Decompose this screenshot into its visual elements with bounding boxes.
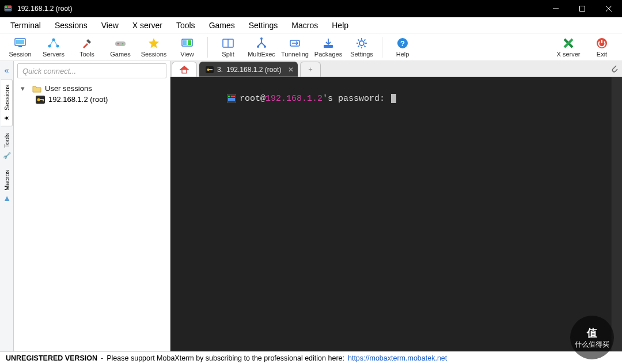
svg-rect-52: [228, 98, 235, 101]
toolbar-view[interactable]: View: [170, 36, 204, 59]
tree-item[interactable]: 192.168.1.2 (root): [15, 94, 168, 105]
svg-line-15: [54, 40, 58, 46]
toolbar-separator: [382, 37, 382, 58]
toolbar-sessions[interactable]: Sessions: [137, 36, 170, 59]
svg-line-35: [358, 39, 359, 40]
sidebar-tabstrip: « ★ Sessions 🔧 Tools ▶ Macros: [0, 61, 14, 351]
side-panel: Quick connect... ▾ User sessions 192.168…: [14, 61, 170, 351]
menu-help[interactable]: Help: [326, 18, 354, 32]
svg-rect-21: [183, 40, 187, 45]
main-area: 3. 192.168.1.2 (root) ✕ ＋ root@192.168.1…: [170, 61, 622, 351]
tree-root[interactable]: ▾ User sessions: [15, 83, 168, 94]
svg-rect-9: [16, 40, 24, 44]
menu-terminal[interactable]: Terminal: [5, 18, 47, 32]
plus-icon: ＋: [307, 65, 314, 74]
svg-line-36: [364, 46, 365, 47]
svg-point-26: [257, 46, 259, 48]
unregistered-label: UNREGISTERED VERSION: [6, 354, 97, 362]
toolbar-packages[interactable]: Packages: [312, 36, 345, 59]
menu-macros[interactable]: Macros: [286, 18, 324, 32]
svg-rect-48: [209, 69, 213, 70]
toolbar-tunneling[interactable]: Tunneling: [278, 36, 312, 59]
svg-point-30: [359, 41, 364, 46]
toolbar-split[interactable]: Split: [211, 36, 245, 59]
expand-icon[interactable]: ▾: [16, 84, 29, 93]
toolbar-label: Session: [9, 51, 31, 58]
toolbar-label: Settings: [350, 51, 373, 58]
tab-new[interactable]: ＋: [300, 62, 321, 77]
svg-rect-51: [231, 96, 235, 97]
menu-view[interactable]: View: [96, 18, 124, 32]
toolbar-tools[interactable]: Tools: [70, 36, 104, 59]
home-icon: [179, 65, 189, 74]
toolbar-xserver[interactable]: X server: [552, 36, 585, 59]
app-icon: [3, 4, 13, 13]
toolbar-help[interactable]: ? Help: [386, 36, 419, 59]
toolbar-label: Sessions: [141, 51, 167, 58]
monitor-icon: [14, 37, 26, 50]
terminal-host: 192.168.1.2: [266, 94, 323, 104]
close-button[interactable]: [596, 0, 622, 17]
menu-games[interactable]: Games: [203, 18, 241, 32]
menu-sessions[interactable]: Sessions: [49, 18, 93, 32]
toolbar-games[interactable]: Games: [104, 36, 137, 59]
svg-point-17: [117, 43, 119, 44]
download-icon: [322, 37, 335, 50]
paperclip-icon[interactable]: [609, 63, 619, 74]
sidebar-tab-label: Macros: [3, 170, 10, 191]
toolbar-servers[interactable]: Servers: [37, 36, 70, 59]
toolbar-exit[interactable]: Exit: [585, 36, 619, 59]
tab-home[interactable]: [172, 62, 197, 77]
toolbar-settings[interactable]: Settings: [345, 36, 378, 59]
terminal-scrollbar[interactable]: [612, 77, 622, 351]
tab-session-active[interactable]: 3. 192.168.1.2 (root) ✕: [199, 62, 298, 77]
help-icon: ?: [396, 37, 409, 50]
svg-rect-1: [5, 6, 7, 8]
window-title: 192.168.1.2 (root): [17, 5, 543, 13]
tab-close-icon[interactable]: ✕: [288, 66, 294, 74]
svg-point-27: [264, 46, 266, 48]
play-icon: ▶: [3, 194, 10, 202]
toolbar-label: Split: [222, 51, 234, 58]
svg-point-25: [260, 37, 263, 40]
toolbar-session[interactable]: Session: [3, 36, 37, 59]
minimize-button[interactable]: [543, 0, 569, 17]
collapse-sidebar-button[interactable]: «: [1, 65, 13, 76]
toolbar-label: Tunneling: [281, 51, 309, 58]
sidebar-tab-macros[interactable]: ▶ Macros: [1, 165, 13, 207]
terminal-cursor: [391, 94, 396, 103]
folder-icon: [32, 85, 41, 93]
svg-text:?: ?: [400, 39, 405, 48]
menu-settings[interactable]: Settings: [243, 18, 284, 32]
svg-point-43: [37, 98, 40, 101]
svg-rect-5: [580, 6, 585, 12]
svg-line-38: [358, 46, 359, 47]
toolbar-multiexec[interactable]: MultiExec: [245, 36, 278, 59]
star-icon: [147, 37, 160, 50]
toolbar-separator: [207, 37, 208, 58]
toolbar-label: Exit: [597, 51, 607, 58]
gear-icon: [355, 37, 368, 50]
svg-rect-3: [5, 9, 11, 10]
menu-tools[interactable]: Tools: [170, 18, 201, 32]
statusbar-separator: -: [101, 354, 103, 362]
toolbar: Session Servers Tools Games Sessions Vie…: [0, 33, 622, 61]
svg-rect-45: [43, 99, 44, 101]
quick-connect-input[interactable]: Quick connect...: [17, 63, 166, 78]
tab-index: 3.: [217, 66, 223, 74]
menu-xserver[interactable]: X server: [127, 18, 168, 32]
terminal-user: root: [240, 94, 260, 104]
svg-rect-2: [8, 6, 11, 8]
sidebar-tab-sessions[interactable]: ★ Sessions: [1, 79, 13, 127]
session-tree: ▾ User sessions 192.168.1.2 (root): [14, 82, 170, 351]
menubar: Terminal Sessions View X server Tools Ga…: [0, 17, 622, 33]
tunnel-icon: [289, 37, 301, 50]
statusbar-link[interactable]: https://mobaxterm.mobatek.net: [348, 354, 447, 362]
maximize-button[interactable]: [569, 0, 596, 17]
sidebar-tab-tools[interactable]: 🔧 Tools: [1, 128, 13, 164]
x-icon: [562, 37, 575, 50]
terminal-view[interactable]: root@192.168.1.2's password:: [170, 77, 612, 351]
tools-icon: [81, 37, 93, 50]
key-icon: [206, 66, 214, 73]
svg-rect-10: [18, 46, 22, 47]
